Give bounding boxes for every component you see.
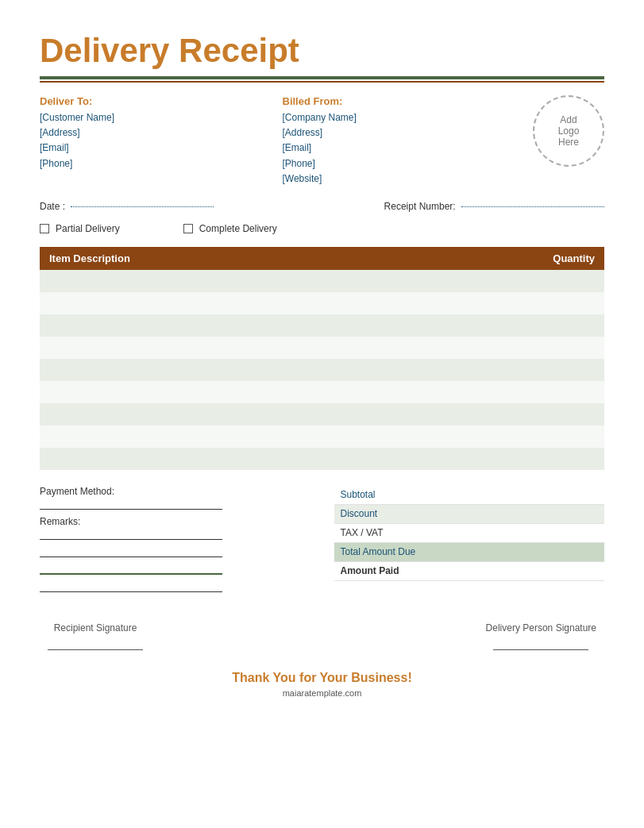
date-field: Date : — [40, 201, 214, 212]
deliver-to-address: [Address] — [40, 125, 283, 141]
website-footer: maiaratemplate.com — [40, 688, 604, 698]
billed-from-block: Billed From: [Company Name] [Address] [E… — [283, 95, 526, 187]
discount-row: Discount — [334, 505, 605, 524]
header-description: Item Description — [49, 252, 436, 264]
date-dotted-line — [71, 206, 214, 207]
extra-line-row-1 — [40, 546, 310, 557]
header-line-top — [40, 76, 604, 79]
table-row — [40, 403, 604, 426]
receipt-number-field: Receipt Number: — [384, 201, 604, 212]
recipient-signature-label: Recipient Signature — [48, 622, 143, 634]
billed-from-address: [Address] — [283, 125, 526, 141]
table-row — [40, 314, 604, 337]
company-name: [Company Name] — [283, 110, 526, 125]
deliver-to-email: [Email] — [40, 141, 283, 156]
amount-paid-row: Amount Paid — [334, 562, 605, 581]
payment-method-row: Payment Method: — [40, 486, 310, 510]
recipient-signature-block: Recipient Signature — [48, 622, 143, 655]
partial-delivery-item: Partial Delivery — [40, 223, 120, 234]
remarks-row: Remarks: — [40, 516, 310, 540]
deliver-to-label: Deliver To: — [40, 95, 283, 107]
logo-placeholder: Add Logo Here — [533, 95, 604, 167]
extra-line-1 — [40, 546, 222, 557]
extra-line-3 — [40, 581, 222, 592]
thank-you-section: Thank You for Your Business! — [40, 671, 604, 685]
amount-paid-label: Amount Paid — [341, 565, 399, 576]
complete-delivery-label: Complete Delivery — [199, 223, 277, 234]
tax-label: TAX / VAT — [341, 527, 384, 538]
discount-label: Discount — [341, 508, 378, 519]
delivery-person-signature-label: Delivery Person Signature — [486, 622, 596, 634]
complete-delivery-checkbox[interactable] — [183, 224, 193, 233]
extra-line-row-3 — [40, 581, 310, 592]
remarks-line — [40, 529, 222, 540]
tax-row: TAX / VAT — [334, 524, 605, 543]
header-quantity: Quantity — [436, 252, 595, 264]
remarks-label: Remarks: — [40, 516, 310, 527]
billed-from-email: [Email] — [283, 141, 526, 156]
deliver-to-phone: [Phone] — [40, 156, 283, 171]
delivery-person-sig-line — [493, 649, 588, 650]
receipt-dotted-line — [461, 206, 604, 207]
page-title: Delivery Receipt — [40, 32, 604, 70]
address-section: Deliver To: [Customer Name] [Address] [E… — [40, 95, 604, 187]
billed-from-website: [Website] — [283, 171, 526, 187]
table-row — [40, 359, 604, 381]
table-row — [40, 270, 604, 292]
payment-method-label: Payment Method: — [40, 486, 310, 497]
items-table: Item Description Quantity — [40, 247, 604, 470]
total-row: Total Amount Due — [334, 543, 605, 562]
recipient-sig-line — [48, 649, 143, 650]
deliver-to-block: Deliver To: [Customer Name] [Address] [E… — [40, 95, 283, 187]
table-row — [40, 426, 604, 448]
table-header: Item Description Quantity — [40, 247, 604, 270]
bottom-section: Payment Method: Remarks: Subtotal Discou… — [40, 486, 604, 599]
table-row — [40, 448, 604, 470]
header-line-bottom — [40, 81, 604, 83]
payment-block: Payment Method: Remarks: — [40, 486, 310, 599]
subtotal-label: Subtotal — [341, 489, 376, 500]
table-row — [40, 381, 604, 403]
table-row — [40, 292, 604, 314]
date-receipt-row: Date : Receipt Number: — [40, 201, 604, 212]
customer-name: [Customer Name] — [40, 110, 283, 125]
total-label: Total Amount Due — [341, 546, 416, 557]
subtotal-row: Subtotal — [334, 486, 605, 505]
complete-delivery-item: Complete Delivery — [183, 223, 277, 234]
partial-delivery-checkbox[interactable] — [40, 224, 49, 233]
thank-you-text: Thank You for Your Business! — [232, 671, 411, 684]
summary-block: Subtotal Discount TAX / VAT Total Amount… — [334, 486, 605, 599]
delivery-type-row: Partial Delivery Complete Delivery — [40, 223, 604, 234]
delivery-person-signature-block: Delivery Person Signature — [486, 622, 596, 655]
payment-method-line — [40, 499, 222, 510]
signatures-section: Recipient Signature Delivery Person Sign… — [40, 622, 604, 655]
billed-from-label: Billed From: — [283, 95, 526, 107]
partial-delivery-label: Partial Delivery — [56, 223, 120, 234]
billed-from-phone: [Phone] — [283, 156, 526, 171]
table-row — [40, 337, 604, 359]
extra-line-row-2 — [40, 564, 310, 575]
extra-line-green — [40, 564, 222, 575]
